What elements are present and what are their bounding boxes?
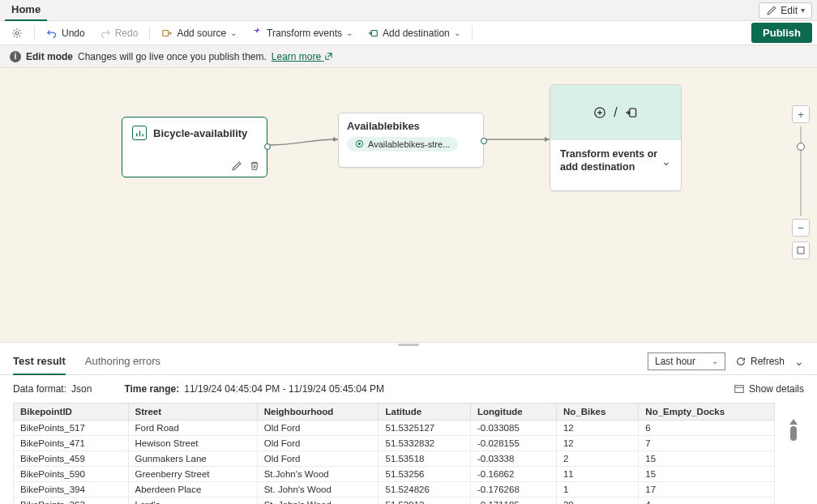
show-details-label: Show details	[749, 383, 804, 395]
output-port[interactable]	[481, 138, 487, 144]
add-destination-icon	[367, 28, 379, 39]
table-cell: Ford Road	[128, 421, 257, 436]
bar-chart-icon	[132, 126, 147, 140]
table-cell: BikePoints_459	[14, 451, 129, 467]
table-cell: 12	[556, 436, 638, 451]
data-format-value: Json	[71, 383, 92, 395]
table-row[interactable]: BikePoints_394Aberdeen PlaceSt. John's W…	[14, 482, 775, 498]
add-source-button[interactable]: Add source ⌄	[155, 24, 243, 42]
time-range-value-text: 11/19/24 04:45:04 PM - 11/19/24 05:45:04…	[184, 383, 384, 395]
chevron-down-icon: ⌄	[454, 28, 460, 37]
node-source-title: Bicycle-availability	[153, 127, 247, 139]
table-row[interactable]: BikePoints_590Greenberry StreetSt.John's…	[14, 467, 775, 482]
table-cell: 12	[556, 421, 638, 436]
zoom-thumb[interactable]	[797, 143, 805, 151]
column-header[interactable]: BikepointID	[14, 404, 129, 421]
stream-chip[interactable]: ⦿ Availablebikes-stre...	[347, 137, 458, 152]
node-destination-text: Transform events or add destination	[560, 148, 661, 173]
scroll-thumb[interactable]	[790, 426, 797, 441]
zoom-in-button[interactable]: +	[792, 105, 810, 123]
column-header[interactable]: No_Empty_Docks	[639, 404, 775, 421]
edit-dropdown[interactable]: Edit ▾	[759, 2, 812, 19]
node-transform-title: Availablebikes	[347, 120, 475, 132]
learn-more-link[interactable]: Learn more	[272, 51, 333, 62]
pencil-icon[interactable]	[231, 160, 242, 172]
node-destination-placeholder[interactable]: / Transform events or add destination ⌄	[550, 84, 682, 191]
tab-authoring-errors[interactable]: Authoring errors	[85, 348, 160, 374]
refresh-label: Refresh	[751, 356, 785, 367]
column-header[interactable]: No_Bikes	[556, 404, 638, 421]
table-cell: Gunmakers Lane	[128, 451, 257, 467]
settings-button[interactable]	[5, 24, 29, 42]
zoom-slider[interactable]	[800, 126, 802, 216]
chevron-down-icon: ⌄	[346, 28, 353, 37]
add-destination-button[interactable]: Add destination ⌄	[361, 24, 467, 42]
node-source[interactable]: Bicycle-availability	[122, 117, 267, 177]
tab-test-result[interactable]: Test result	[13, 348, 66, 375]
redo-icon	[100, 28, 111, 39]
output-port[interactable]	[264, 143, 271, 150]
table-cell: 6	[639, 421, 775, 436]
table-cell: 15	[639, 451, 775, 467]
data-format-label: Data format:	[13, 383, 66, 395]
column-header[interactable]: Longitude	[471, 404, 557, 421]
time-range-value: Last hour	[655, 356, 695, 367]
tab-home[interactable]: Home	[5, 0, 47, 21]
table-cell: 51.524826	[379, 482, 471, 498]
transform-placeholder-icon	[592, 105, 607, 120]
table-row[interactable]: BikePoints_459Gunmakers LaneOld Ford51.5…	[14, 451, 775, 467]
table-cell: 7	[639, 436, 775, 451]
column-header[interactable]: Latitude	[379, 404, 471, 421]
stream-icon: ⦿	[355, 139, 364, 149]
undo-button[interactable]: Undo	[40, 24, 92, 42]
table-cell: 20	[556, 498, 638, 505]
table-row[interactable]: BikePoints_363Lord'sSt. John's Wood51.52…	[14, 498, 775, 505]
canvas[interactable]: Bicycle-availability Availablebikes ⦿ Av…	[0, 68, 817, 342]
scroll-up-icon[interactable]	[789, 419, 798, 425]
show-details-button[interactable]: Show details	[734, 383, 804, 395]
slash-separator: /	[614, 105, 617, 120]
table-row[interactable]: BikePoints_517Ford RoadOld Ford51.532512…	[14, 421, 775, 436]
table-cell: St. John's Wood	[257, 498, 379, 505]
time-range-label: Time range:	[124, 383, 179, 395]
table-row[interactable]: BikePoints_471Hewison StreetOld Ford51.5…	[14, 436, 775, 451]
publish-button[interactable]: Publish	[751, 23, 812, 43]
table-scrollbar[interactable]	[789, 419, 798, 441]
chevron-down-icon[interactable]: ⌄	[794, 355, 804, 368]
zoom-out-button[interactable]: −	[792, 219, 810, 237]
redo-button[interactable]: Redo	[93, 24, 145, 42]
table-cell: 15	[639, 467, 775, 482]
edit-label: Edit	[781, 5, 798, 16]
table-cell: BikePoints_590	[14, 467, 129, 482]
trash-icon[interactable]	[249, 160, 260, 172]
table-cell: -0.03338	[471, 451, 557, 467]
transform-events-button[interactable]: Transform events ⌄	[245, 24, 359, 42]
svg-rect-4	[629, 109, 635, 117]
results-table: BikepointIDStreetNeighbourhoodLatitudeLo…	[13, 403, 775, 504]
table-cell: 51.52912	[379, 498, 471, 505]
banner-msg: Changes will go live once you publish th…	[78, 51, 267, 62]
details-icon	[734, 383, 745, 395]
refresh-button[interactable]: Refresh	[735, 356, 785, 367]
external-link-icon	[324, 52, 333, 61]
table-cell: 11	[556, 467, 638, 482]
svg-rect-1	[163, 30, 169, 36]
table-cell: BikePoints_517	[14, 421, 129, 436]
pencil-icon	[766, 5, 777, 16]
chevron-down-icon: ▾	[801, 6, 805, 15]
table-cell: BikePoints_471	[14, 436, 129, 451]
column-header[interactable]: Neighbourhood	[257, 404, 379, 421]
column-header[interactable]: Street	[128, 404, 257, 421]
fit-to-screen-button[interactable]	[792, 241, 810, 259]
table-cell: 51.53256	[379, 467, 471, 482]
table-cell: -0.16862	[471, 467, 557, 482]
time-range-select[interactable]: Last hour ⌄	[648, 352, 725, 370]
table-cell: -0.028155	[471, 436, 557, 451]
table-cell: -0.171185	[471, 498, 557, 505]
table-cell: 4	[639, 498, 775, 505]
table-cell: BikePoints_394	[14, 482, 129, 498]
node-transform[interactable]: Availablebikes ⦿ Availablebikes-stre...	[338, 113, 484, 168]
table-cell: Lord's	[128, 498, 257, 505]
chevron-down-icon[interactable]: ⌄	[661, 155, 671, 168]
undo-label: Undo	[62, 28, 85, 39]
